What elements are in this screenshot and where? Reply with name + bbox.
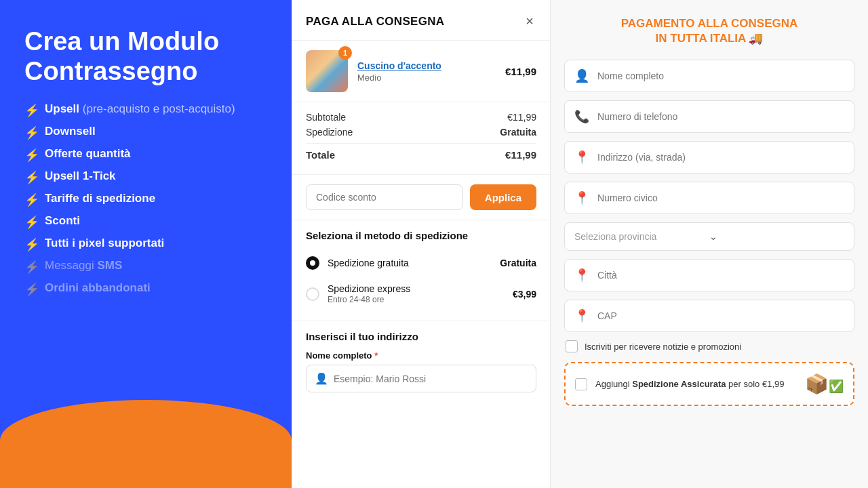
left-title: Crea un Modulo Contrassegno — [24, 27, 267, 86]
list-item: ⚡ Messaggi SMS — [24, 259, 267, 274]
assurance-box: Aggiungi Spedizione Assicurata per solo … — [564, 362, 854, 406]
list-item: ⚡ Downsell — [24, 125, 267, 140]
cap-input[interactable] — [597, 310, 844, 321]
radio-free[interactable] — [306, 256, 319, 270]
radio-inner — [310, 260, 315, 266]
list-item: ⚡ Upsell (pre-acquisto e post-acquisto) — [24, 102, 267, 118]
product-name[interactable]: Cuscino d'accento — [357, 60, 496, 71]
product-info: Cuscino d'accento Medio — [357, 60, 496, 83]
shipping-row: Spedizione Gratuita — [306, 127, 536, 138]
assurance-icon: 📦✅ — [805, 373, 844, 395]
list-item: ⚡ Tariffe di spedizione — [24, 192, 267, 207]
coupon-input[interactable] — [306, 184, 463, 210]
total-value: €11,99 — [505, 149, 536, 161]
bolt-icon: ⚡ — [24, 170, 39, 185]
newsletter-label: Iscriviti per ricevere notizie e promozi… — [585, 342, 741, 352]
bolt-icon: ⚡ — [24, 192, 39, 207]
full-name-input[interactable] — [597, 70, 844, 81]
assurance-checkbox[interactable] — [575, 378, 587, 390]
modal-title: PAGA ALLA CONSEGNA — [306, 15, 444, 28]
list-item: ⚡ Offerte quantità — [24, 147, 267, 163]
right-header: PAGAMENTO ALLA CONSEGNAIN TUTTA ITALIA 🚚 — [564, 16, 854, 46]
shipping-express-sub: Entro 24-48 ore — [328, 295, 505, 304]
product-size: Medio — [357, 73, 496, 83]
phone-field: 📞 — [564, 100, 854, 133]
center-panel: PAGA ALLA CONSEGNA × 1 Cuscino d'accento… — [292, 0, 551, 488]
address-section: Inserisci il tuo indirizzo Nome completo… — [292, 321, 550, 399]
phone-icon: 📞 — [574, 109, 589, 124]
address-field: 📍 — [564, 141, 854, 174]
shipping-option-express[interactable]: Spedizione express Entro 24-48 ore €3,99 — [306, 277, 536, 311]
close-button[interactable]: × — [523, 12, 536, 30]
right-panel: PAGAMENTO ALLA CONSEGNAIN TUTTA ITALIA 🚚… — [551, 0, 868, 488]
total-label: Totale — [306, 149, 335, 161]
location-icon-city: 📍 — [574, 268, 589, 283]
full-name-field: 👤 — [564, 60, 854, 92]
name-input-wrapper: 👤 — [306, 365, 536, 392]
name-input[interactable] — [334, 373, 528, 384]
left-panel: Crea un Modulo Contrassegno ⚡ Upsell (pr… — [0, 0, 292, 488]
list-item: ⚡ Ordini abbandonati — [24, 281, 267, 297]
subtotal-value: €11,99 — [507, 112, 536, 123]
province-select[interactable]: Seleziona provincia ⌄ — [564, 222, 854, 251]
newsletter-checkbox[interactable] — [566, 340, 578, 352]
product-price: €11,99 — [505, 66, 536, 77]
required-indicator: * — [374, 350, 378, 361]
shipping-free-label: Spedizione gratuita — [328, 258, 492, 268]
bolt-icon: ⚡ — [24, 215, 39, 230]
order-summary: Subtotale €11,99 Spedizione Gratuita Tot… — [292, 102, 550, 175]
phone-input[interactable] — [597, 111, 844, 122]
cap-field: 📍 — [564, 300, 854, 332]
bolt-icon: ⚡ — [24, 125, 39, 140]
coupon-row: Applica — [292, 175, 550, 220]
location-icon-civic: 📍 — [574, 190, 589, 205]
address-input[interactable] — [597, 152, 844, 163]
apply-coupon-button[interactable]: Applica — [470, 184, 536, 210]
location-icon-cap: 📍 — [574, 308, 589, 323]
bolt-icon: ⚡ — [24, 237, 39, 252]
product-quantity-badge: 1 — [338, 46, 352, 60]
list-item: ⚡ Upsell 1-Tick — [24, 169, 267, 185]
feature-list: ⚡ Upsell (pre-acquisto e post-acquisto) … — [24, 102, 267, 297]
location-icon: 📍 — [574, 150, 589, 165]
bolt-icon: ⚡ — [24, 103, 39, 118]
address-section-title: Inserisci il tuo indirizzo — [306, 331, 536, 342]
chevron-down-icon: ⌄ — [709, 231, 844, 242]
person-icon: 👤 — [315, 372, 328, 385]
list-item: ⚡ Tutti i pixel supportati — [24, 237, 267, 252]
shipping-value: Gratuita — [500, 127, 536, 138]
civic-number-input[interactable] — [597, 192, 844, 203]
subtotal-row: Subtotale €11,99 — [306, 112, 536, 123]
newsletter-row: Iscriviti per ricevere notizie e promozi… — [564, 340, 854, 352]
shipping-express-price: €3,99 — [513, 289, 536, 300]
province-placeholder: Seleziona provincia — [574, 231, 709, 242]
bolt-icon: ⚡ — [24, 260, 39, 274]
city-input[interactable] — [597, 270, 844, 281]
bolt-icon: ⚡ — [24, 282, 39, 297]
list-item: ⚡ Sconti — [24, 214, 267, 230]
shipping-free-price: Gratuita — [500, 258, 536, 268]
shipping-section-title: Seleziona il metodo di spedizione — [306, 230, 536, 241]
person-icon: 👤 — [574, 68, 589, 83]
product-row: 1 Cuscino d'accento Medio €11,99 — [292, 41, 550, 102]
radio-express[interactable] — [306, 287, 319, 301]
center-header: PAGA ALLA CONSEGNA × — [292, 0, 550, 41]
assurance-text: Aggiungi Spedizione Assicurata per solo … — [595, 378, 797, 390]
shipping-option-free[interactable]: Spedizione gratuita Gratuita — [306, 249, 536, 277]
total-row: Totale €11,99 — [306, 143, 536, 161]
name-field-label: Nome completo * — [306, 350, 536, 361]
shipping-section: Seleziona il metodo di spedizione Spediz… — [292, 220, 550, 321]
civic-number-field: 📍 — [564, 182, 854, 214]
product-image-wrap: 1 — [306, 50, 348, 92]
shipping-label: Spedizione — [306, 127, 353, 138]
bolt-icon: ⚡ — [24, 148, 39, 163]
city-field: 📍 — [564, 259, 854, 291]
subtotal-label: Subtotale — [306, 112, 346, 123]
shipping-express-label: Spedizione express Entro 24-48 ore — [328, 283, 505, 304]
